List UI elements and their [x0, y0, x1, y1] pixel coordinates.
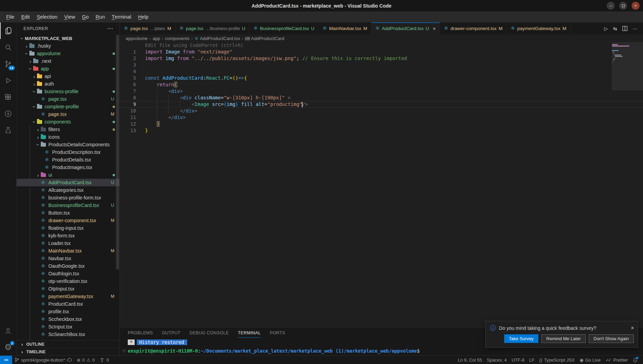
breadcrumb-item[interactable]: ⚛AddProductCard.tsx [194, 36, 240, 41]
tree-item[interactable]: ⚛page.tsxU [17, 95, 119, 103]
tree-item[interactable]: ›components [17, 118, 119, 126]
tree-item[interactable]: ⚛ProductDescription.tsx [17, 148, 119, 156]
tree-item[interactable]: ⚛OauthGoogle.tsx [17, 262, 119, 270]
editor-tab[interactable]: ⚛page.tsx…/plansM [120, 22, 175, 35]
sidebar-scrollbar[interactable] [116, 35, 119, 269]
tree-item[interactable]: ⚛kyb-form.tsx [17, 232, 119, 239]
tree-item[interactable]: ›filters [17, 126, 119, 133]
code-line[interactable]: 4 [120, 68, 643, 75]
dont-show-again-button[interactable]: Don't Show Again [589, 334, 634, 343]
panel-tab-terminal[interactable]: TERMINAL [238, 331, 261, 338]
menu-item-edit[interactable]: Edit [18, 11, 33, 22]
line-number[interactable]: 2 [120, 55, 136, 62]
ports-status-item[interactable]: 0 [97, 356, 111, 364]
code-line[interactable]: 8 <div className="w-[310px] h-[190px]" > [120, 95, 643, 101]
line-number[interactable]: 9 [120, 101, 136, 108]
maximize-button[interactable] [619, 2, 627, 10]
tree-item[interactable]: ⚛BusinessprofileCard.tsxU [17, 201, 119, 209]
breadcrumb-item[interactable]: appvolume [126, 36, 148, 41]
code-line[interactable]: 6 return( [120, 81, 643, 88]
code-line[interactable]: 2import img from "../../public/assets/im… [120, 55, 643, 62]
tree-item[interactable]: ⚛Sccheckbox.tsx [17, 315, 119, 323]
tree-item[interactable]: ›MARKETPLACE_WEB [17, 35, 119, 42]
tree-item[interactable]: ⚛drawer-component.tsxM [17, 217, 119, 224]
minimize-button[interactable]: – [607, 2, 615, 10]
outline-section[interactable]: › OUTLINE [17, 340, 119, 348]
line-number[interactable]: 13 [120, 127, 136, 134]
tree-item[interactable]: ⚛Loader.tsx [17, 239, 119, 247]
editor-tab[interactable]: ⚛paymentGateway.tsxM [507, 22, 570, 35]
indentation[interactable]: Spaces: 4 [484, 357, 509, 363]
notifications-bell[interactable] [630, 357, 640, 363]
notification-close-icon[interactable]: × [631, 325, 634, 331]
tree-item[interactable]: ›icons [17, 133, 119, 141]
editor-tab[interactable]: ⚛page.tsx…/business-profileU [175, 22, 250, 35]
source-control-tab-icon[interactable]: 14 [0, 56, 17, 72]
tree-item[interactable]: ⚛profile.tsx [17, 308, 119, 315]
panel-tab-output[interactable]: OUTPUT [162, 331, 181, 338]
breadcrumb-item[interactable]: app [153, 36, 160, 41]
line-number[interactable]: 3 [120, 62, 136, 68]
code-line[interactable]: 5const AddProductCard:React.FC=()=>{ [120, 75, 643, 81]
problems-status-item[interactable]: ⊗ 0 ⚠ 0 [74, 356, 97, 364]
line-number[interactable]: 8 [120, 95, 136, 101]
menu-item-help[interactable]: Help [135, 11, 152, 22]
remind-me-later-button[interactable]: Remind Me Later [541, 334, 586, 343]
tree-item[interactable]: ⚛otp-verification.tsx [17, 277, 119, 285]
terminal-prompt[interactable]: enspirit@enspirit-H110M-H:~/Documents/ma… [128, 348, 643, 354]
compare-changes-button[interactable]: ⇆ [613, 26, 617, 31]
tree-item[interactable]: ⚛ [17, 338, 119, 340]
tree-item[interactable]: ⚛business-profile-form.tsx [17, 194, 119, 201]
explorer-tab-icon[interactable] [0, 22, 17, 39]
split-editor-button[interactable] [622, 26, 627, 31]
tree-item[interactable]: ⚛OtpInput.tsx [17, 285, 119, 293]
breadcrumb-item[interactable]: components [165, 36, 190, 41]
tree-item[interactable]: ⚛ScInput.tsx [17, 323, 119, 331]
run-debug-tab-icon[interactable] [0, 72, 17, 89]
editor-tab[interactable]: ⚛drawer-component.tsxM [440, 22, 507, 35]
tree-item[interactable]: ›auth [17, 80, 119, 88]
menu-item-go[interactable]: Go [78, 11, 92, 22]
tree-item[interactable]: ›api [17, 72, 119, 80]
tree-item[interactable]: ›.next [17, 57, 119, 65]
line-number[interactable]: 10 [120, 108, 136, 114]
code-line[interactable]: 1import Image from "next/image" [120, 49, 643, 55]
tree-item[interactable]: ⚛ScSearchBox.tsx [17, 331, 119, 338]
minimap-slider[interactable] [612, 42, 643, 90]
panel-tab-debug-console[interactable]: DEBUG CONSOLE [189, 331, 229, 338]
menu-item-run[interactable]: Run [92, 11, 108, 22]
testing-tab-icon[interactable] [0, 122, 17, 138]
menu-item-view[interactable]: View [61, 11, 78, 22]
search-tab-icon[interactable] [0, 39, 17, 56]
tree-item[interactable]: ›.husky [17, 42, 119, 50]
timeline-section[interactable]: › TIMELINE [17, 348, 119, 355]
tree-item[interactable]: ⚛Navbar.tsx [17, 255, 119, 262]
menu-item-selection[interactable]: Selection [33, 11, 61, 22]
panel-tab-problems[interactable]: PROBLEMS [128, 331, 153, 338]
tree-item[interactable]: ⚛page.tsxM [17, 110, 119, 118]
formatter-status[interactable]: ✓✓Prettier [603, 357, 630, 363]
code-line[interactable]: 11 </div> [120, 114, 643, 121]
menu-item-terminal[interactable]: Terminal [108, 11, 134, 22]
line-number[interactable]: 12 [120, 121, 136, 127]
line-number[interactable]: 7 [120, 88, 136, 95]
tree-item[interactable]: ⚛MainNavbar.tsxM [17, 247, 119, 255]
tree-item[interactable]: ›app [17, 65, 119, 72]
tree-item[interactable]: ⚛paymentGateway.tsxM [17, 293, 119, 300]
take-survey-button[interactable]: Take Survey [504, 334, 539, 343]
branch-status-item[interactable]: sprint4/google-button* [12, 356, 74, 364]
tree-item[interactable]: ›complete-profile [17, 103, 119, 110]
more-actions-button[interactable]: ⋯ [633, 26, 637, 31]
line-number[interactable]: 4 [120, 68, 136, 75]
remote-indicator[interactable]: >< [0, 356, 12, 364]
thunder-client-tab-icon[interactable] [0, 105, 17, 122]
close-button[interactable]: × [632, 2, 640, 10]
code-line[interactable]: 9 <Image src={img} fill alt="productimg"… [120, 101, 643, 108]
panel-tab-ports[interactable]: PORTS [270, 331, 285, 338]
code-line[interactable]: 12 ) [120, 121, 643, 127]
tree-item[interactable]: ›business-profile [17, 88, 119, 95]
close-icon[interactable]: × [433, 26, 436, 31]
language-mode[interactable]: {}TypeScript JSX [537, 357, 577, 363]
breadcrumb-item[interactable]: [@]AddProductCard [245, 36, 285, 41]
tree-item[interactable]: ⚛ProductCard.tsx [17, 300, 119, 308]
